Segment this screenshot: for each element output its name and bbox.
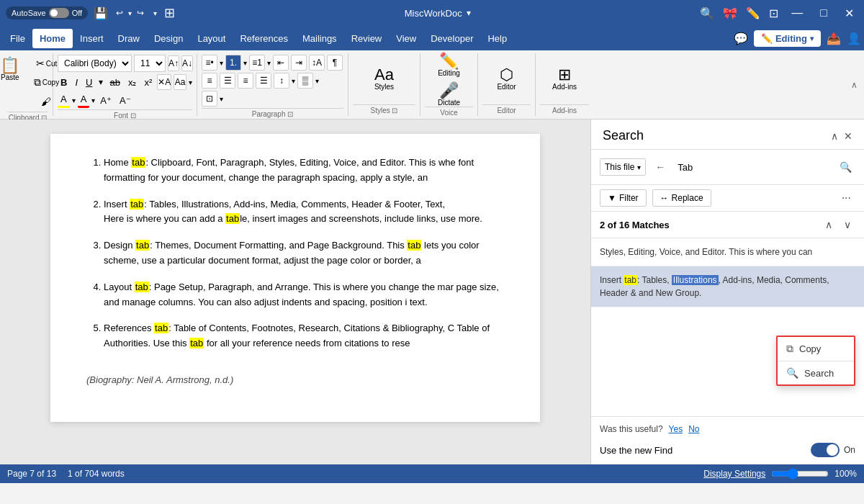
align-right[interactable]: ≡ [238, 73, 253, 89]
dictate-button[interactable]: 🎤 Dictate [433, 80, 464, 109]
borders-button[interactable]: ⊡ [202, 91, 217, 107]
line-spacing[interactable]: ↕ [274, 73, 289, 89]
menu-home[interactable]: Home [32, 29, 73, 48]
autosave-toggle-switch[interactable] [49, 8, 69, 18]
search-result-2[interactable]: Insert tab: Tables, Illustrations, Add-i… [591, 266, 864, 307]
subscript-button[interactable]: x₂ [125, 76, 140, 89]
zoom-slider[interactable] [771, 469, 829, 478]
menu-insert[interactable]: Insert [73, 29, 111, 48]
display-settings[interactable]: Display Settings [703, 469, 765, 479]
text-case-button[interactable]: Aa [174, 74, 186, 90]
more-options-button[interactable]: ··· [837, 190, 855, 206]
menu-mailings[interactable]: Mailings [295, 29, 344, 48]
paste-button[interactable]: 📋 Paste [0, 55, 28, 84]
search-close-button[interactable]: ✕ [844, 130, 852, 142]
addins-section-label[interactable]: Add-ins [540, 104, 589, 114]
editing-ribbon-button[interactable]: ✏️ Editing [433, 50, 464, 80]
underline-button[interactable]: U [83, 76, 95, 89]
pen-icon[interactable]: ✏️ [746, 6, 760, 20]
menu-view[interactable]: View [389, 29, 423, 48]
text-case-dropdown[interactable]: ▾ [189, 78, 192, 86]
font-size-decrease2[interactable]: A⁻ [117, 94, 134, 107]
borders-dropdown[interactable]: ▾ [220, 95, 223, 103]
editor-button[interactable]: ⬡ Editor [492, 64, 520, 94]
menu-help[interactable]: Help [480, 29, 514, 48]
menu-draw[interactable]: Draw [111, 29, 147, 48]
justify[interactable]: ☰ [256, 73, 271, 89]
replace-button[interactable]: ↔ Replace [652, 189, 711, 207]
bullets-dropdown[interactable]: ▾ [220, 59, 223, 67]
font-size-increase2[interactable]: A⁺ [97, 94, 114, 107]
menu-design[interactable]: Design [147, 29, 190, 48]
italic-button[interactable]: I [72, 76, 81, 89]
editing-button[interactable]: ✏️ Editing ▾ [754, 30, 821, 47]
paragraph-label[interactable]: Paragraph ⊡ [202, 108, 343, 118]
font-size-dropdown[interactable]: 11 [134, 55, 166, 72]
share-icon[interactable]: 📤 [827, 32, 841, 45]
menu-references[interactable]: References [233, 29, 294, 48]
no-link[interactable]: No [688, 424, 699, 434]
font-color-dropdown[interactable]: ▾ [91, 96, 95, 104]
context-search[interactable]: 🔍 Search [778, 361, 854, 384]
indent-decrease[interactable]: ⇤ [273, 55, 289, 71]
menu-layout[interactable]: Layout [190, 29, 233, 48]
menu-developer[interactable]: Developer [423, 29, 480, 48]
voice-section-label[interactable]: Voice [425, 107, 473, 117]
collapse-ribbon-button[interactable]: ∧ [847, 53, 861, 116]
fit-page-icon[interactable]: ⊡ [769, 6, 778, 20]
autosave-toggle[interactable]: AutoSave Off [6, 6, 88, 19]
font-size-increase[interactable]: A↑ [168, 55, 179, 71]
menu-review[interactable]: Review [344, 29, 390, 48]
strikethrough-button[interactable]: ab [107, 76, 122, 89]
font-label[interactable]: Font ⊡ [58, 109, 192, 120]
quick-access-dropdown[interactable]: ▾ [152, 9, 158, 17]
editing-dropdown[interactable]: ▾ [810, 35, 814, 42]
shading-dropdown[interactable]: ▾ [315, 77, 319, 85]
comments-icon[interactable]: 💬 [734, 32, 748, 45]
styles-button[interactable]: Aa Styles [370, 64, 398, 94]
nav-down-button[interactable]: ∨ [840, 217, 855, 232]
highlight-dropdown[interactable]: ▾ [72, 96, 76, 104]
search-collapse-button[interactable]: ∧ [831, 130, 838, 142]
addins-button[interactable]: ⊞ Add-ins [548, 64, 581, 94]
user-icon[interactable]: 👤 [847, 32, 861, 45]
maximize-button[interactable]: □ [816, 5, 832, 21]
font-name-dropdown[interactable]: Calibri (Body) [58, 55, 132, 72]
align-center[interactable]: ☰ [220, 73, 235, 89]
font-size-decrease[interactable]: A↓ [181, 55, 193, 71]
new-find-toggle[interactable] [811, 443, 840, 457]
redo-button[interactable]: ↪ [135, 8, 146, 18]
text-highlight-button[interactable]: A [58, 92, 70, 108]
search-scope-dropdown[interactable]: This file ▾ [600, 158, 646, 176]
multilevel-button[interactable]: ≡1 [249, 55, 265, 71]
font-color-button[interactable]: A [78, 92, 90, 108]
close-button[interactable]: ✕ [840, 5, 858, 22]
show-formatting[interactable]: ¶ [327, 55, 343, 71]
save-icon[interactable]: 💾 [94, 6, 108, 20]
clear-formatting-button[interactable]: ✕A [157, 74, 171, 90]
minimize-button[interactable]: — [787, 5, 807, 21]
numbering-button[interactable]: 1. [225, 55, 241, 71]
menu-file[interactable]: File [3, 29, 32, 48]
underline-dropdown[interactable]: ▾ [97, 77, 104, 87]
shading-button[interactable]: ▒ [297, 73, 313, 89]
styles-section-label[interactable]: Styles ⊡ [353, 104, 415, 114]
search-icon-title[interactable]: 🔍 [700, 6, 714, 20]
doc-title-dropdown[interactable]: ▾ [467, 8, 471, 18]
undo-button[interactable]: ↩ [114, 8, 125, 18]
multilevel-dropdown[interactable]: ▾ [267, 59, 271, 67]
line-spacing-dropdown[interactable]: ▾ [292, 77, 295, 85]
indent-increase[interactable]: ⇥ [291, 55, 307, 71]
editor-section-label[interactable]: Editor [482, 104, 531, 114]
undo-dropdown[interactable]: ▾ [127, 9, 133, 17]
superscript-button[interactable]: x² [141, 76, 155, 89]
search-result-1[interactable]: Styles, Editing, Voice, and Editor. This… [591, 238, 864, 266]
bullets-button[interactable]: ≡• [202, 55, 217, 71]
sort-button[interactable]: ↕A [309, 55, 325, 71]
ribbon-icon[interactable]: 🎀 [723, 6, 737, 20]
context-copy[interactable]: ⧉ Copy [778, 337, 854, 361]
ribbon-layout-icon[interactable]: ⊞ [164, 5, 175, 21]
yes-link[interactable]: Yes [669, 424, 683, 434]
nav-up-button[interactable]: ∧ [821, 217, 837, 232]
filter-button[interactable]: ▼ Filter [600, 189, 647, 207]
